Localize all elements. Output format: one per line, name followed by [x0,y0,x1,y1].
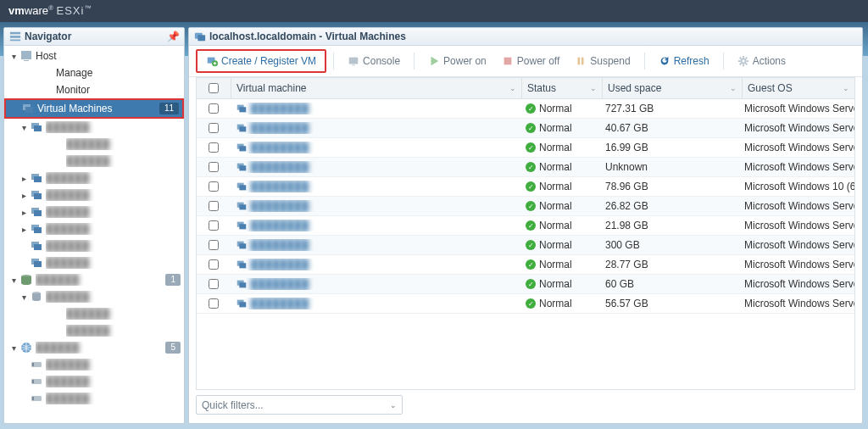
row-used: 300 GB [600,239,739,251]
navigator-icon [9,31,21,42]
nav-item-vm[interactable]: Virtual Machines11 [4,98,184,119]
row-status: ✓Normal [520,220,600,231]
table-row[interactable]: ████████✓Normal28.77 GBMicrosoft Windows… [197,255,854,275]
table-row[interactable]: ████████✓Normal60 GBMicrosoft Windows Se… [197,275,854,294]
row-checkbox[interactable] [197,279,231,289]
vm-icon [236,239,248,251]
tree-twisty[interactable]: ▾ [8,52,19,61]
row-name[interactable]: ████████ [231,103,520,114]
row-checkbox[interactable] [197,240,231,250]
row-name[interactable]: ████████ [231,220,520,231]
tree-twisty[interactable]: ▸ [18,208,30,217]
svg-rect-43 [239,126,246,131]
nav-item-vmc[interactable]: ██████ [4,153,184,170]
vm-name-text: ████████ [251,278,309,290]
table-row[interactable]: ████████✓NormalUnknownMicrosoft Windows … [197,158,854,177]
console-button[interactable]: Console [341,53,407,70]
row-checkbox[interactable] [197,142,231,153]
row-os: Microsoft Windows Server 201… [739,200,854,212]
row-checkbox[interactable] [197,103,231,114]
nav-item-host[interactable]: ▾Host [4,47,184,64]
tree-twisty[interactable]: ▾ [8,343,19,353]
col-used[interactable]: Used space⌄ [603,78,743,98]
table-row[interactable]: ████████✓Normal21.98 GBMicrosoft Windows… [197,216,854,236]
svg-rect-18 [34,244,42,250]
gear-icon [737,55,749,67]
vm-name-text: ████████ [251,122,309,134]
header-checkbox[interactable] [197,78,231,98]
nav-item-vmc[interactable]: ▸██████ [4,170,184,187]
table-row[interactable]: ████████✓Normal78.96 GBMicrosoft Windows… [197,177,854,197]
pin-icon[interactable]: 📌 [167,31,179,42]
nav-item-dsc[interactable]: ██████ [4,305,184,322]
row-name[interactable]: ████████ [231,122,520,134]
nav-item-nic[interactable]: ██████ [4,356,184,373]
table-row[interactable]: ████████✓Normal16.99 GBMicrosoft Windows… [197,138,854,158]
nav-item-dsc[interactable]: ▾██████ [4,288,184,305]
tree-twisty[interactable]: ▾ [18,292,30,302]
nav-item-vmc[interactable]: ██████ [4,254,184,271]
table-row[interactable]: ████████✓Normal300 GBMicrosoft Windows S… [197,236,854,255]
table-row[interactable]: ████████✓Normal40.67 GBMicrosoft Windows… [197,119,854,138]
row-name[interactable]: ████████ [231,161,520,173]
nav-label: ██████ [46,172,181,184]
row-checkbox[interactable] [197,181,231,192]
row-status: ✓Normal [520,103,600,114]
power-on-button[interactable]: Power on [421,53,493,70]
quick-filters-dropdown[interactable]: Quick filters... ⌄ [196,395,403,415]
row-os: Microsoft Windows Server 201… [739,278,854,290]
vm-icon [21,102,35,115]
vm-icon [30,171,43,185]
refresh-button[interactable]: Refresh [652,53,716,70]
row-checkbox[interactable] [197,298,231,309]
row-name[interactable]: ████████ [231,259,520,270]
svg-rect-36 [504,58,511,65]
actions-button[interactable]: Actions [731,53,793,70]
nav-item-dsc[interactable]: ██████ [4,322,184,339]
tree-twisty[interactable]: ▸ [18,174,30,183]
table-row[interactable]: ████████✓Normal727.31 GBMicrosoft Window… [197,99,854,119]
nav-item-vmc[interactable]: ██████ [4,237,184,254]
row-name[interactable]: ████████ [231,142,520,153]
nav-item-vmc[interactable]: ██████ [4,136,184,153]
nav-item-child[interactable]: Manage [4,64,184,81]
nav-item-nic[interactable]: ██████ [4,390,184,407]
row-checkbox[interactable] [197,123,231,133]
col-os[interactable]: Guest OS⌄ [743,78,854,98]
row-checkbox[interactable] [197,259,231,270]
nav-item-store[interactable]: ▾██████1 [4,271,184,288]
col-status[interactable]: Status⌄ [522,78,603,98]
power-off-button[interactable]: Power off [495,53,566,70]
nav-label: Manage [56,67,181,79]
col-vm[interactable]: Virtual machine⌄ [231,78,522,98]
nav-item-vmc[interactable]: ▸██████ [4,187,184,203]
row-name[interactable]: ████████ [231,298,520,309]
nav-item-net[interactable]: ▾██████5 [4,339,184,356]
suspend-button[interactable]: Suspend [568,53,637,70]
create-register-vm-button[interactable]: Create / Register VM [196,49,326,73]
nav-item-vmc[interactable]: ▸██████ [4,203,184,220]
svg-rect-45 [239,146,246,151]
tree-twisty[interactable]: ▾ [18,123,30,132]
nav-item-child[interactable]: Monitor [4,81,184,98]
tree-twisty[interactable]: ▸ [18,225,30,234]
nav-item-vmc[interactable]: ▸██████ [4,220,184,237]
nav-item-vmc[interactable]: ▾██████ [4,119,184,136]
row-checkbox[interactable] [197,162,231,172]
row-name[interactable]: ████████ [231,239,520,251]
row-name[interactable]: ████████ [231,278,520,290]
vm-icon [236,103,248,114]
row-checkbox[interactable] [197,220,231,231]
row-name[interactable]: ████████ [231,200,520,212]
table-row[interactable]: ████████✓Normal26.82 GBMicrosoft Windows… [197,197,854,216]
row-checkbox[interactable] [197,201,231,211]
row-used: 56.57 GB [600,298,739,309]
nav-label: ██████ [46,257,181,269]
table-row[interactable]: ████████✓Normal56.57 GBMicrosoft Windows… [197,294,854,314]
tree-twisty[interactable]: ▸ [18,191,30,200]
tree-twisty[interactable]: ▾ [8,276,19,285]
nav-label: ██████ [66,138,181,150]
row-name[interactable]: ████████ [231,181,520,192]
nav-item-nic[interactable]: ██████ [4,373,184,390]
svg-rect-41 [239,107,246,112]
